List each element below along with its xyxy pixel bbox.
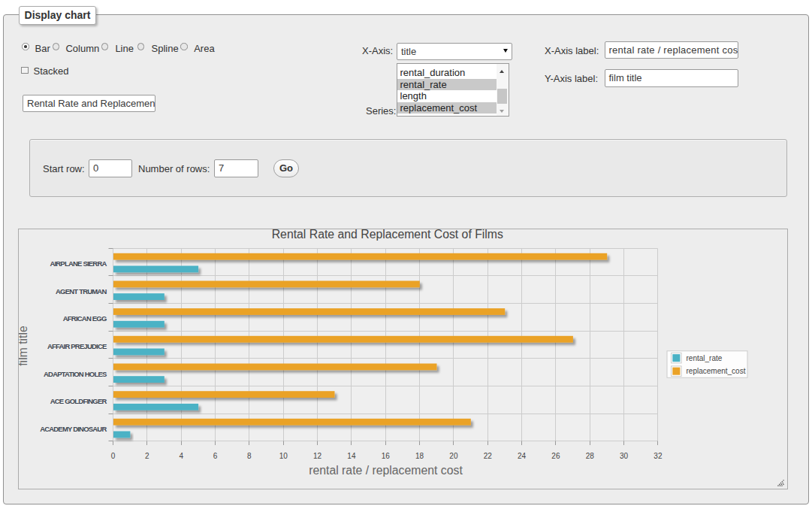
svg-text:film title: film title: [19, 326, 29, 366]
svg-text:ACADEMY DINOSAUR: ACADEMY DINOSAUR: [40, 425, 107, 433]
svg-text:12: 12: [313, 452, 322, 460]
svg-text:replacement_cost: replacement_cost: [687, 367, 746, 375]
svg-text:AFFAIR PREJUDICE: AFFAIR PREJUDICE: [47, 342, 107, 350]
svg-text:30: 30: [620, 452, 629, 460]
svg-text:32: 32: [654, 452, 663, 460]
svg-text:16: 16: [382, 452, 391, 460]
svg-text:rental_rate: rental_rate: [687, 354, 723, 362]
svg-text:26: 26: [551, 452, 560, 460]
svg-text:0: 0: [111, 452, 116, 460]
svg-text:Rental Rate and Replacement Co: Rental Rate and Replacement Cost of Film…: [272, 229, 503, 241]
svg-text:14: 14: [347, 452, 356, 460]
svg-text:rental rate / replacement cost: rental rate / replacement cost: [309, 464, 463, 477]
svg-text:24: 24: [518, 452, 527, 460]
svg-text:10: 10: [279, 452, 288, 460]
svg-text:18: 18: [415, 452, 424, 460]
svg-text:ADAPTATION HOLES: ADAPTATION HOLES: [44, 370, 107, 378]
svg-text:20: 20: [449, 452, 458, 460]
svg-text:8: 8: [247, 452, 252, 460]
svg-text:ACE GOLDFINGER: ACE GOLDFINGER: [50, 397, 107, 405]
svg-text:4: 4: [179, 452, 183, 460]
svg-text:6: 6: [213, 452, 218, 460]
svg-text:AFRICAN EGG: AFRICAN EGG: [63, 314, 107, 323]
svg-text:AIRPLANE SIERRA: AIRPLANE SIERRA: [50, 259, 107, 268]
svg-text:22: 22: [484, 452, 493, 460]
svg-text:AGENT TRUMAN: AGENT TRUMAN: [56, 287, 107, 295]
svg-text:2: 2: [145, 452, 149, 460]
svg-text:28: 28: [586, 452, 595, 460]
